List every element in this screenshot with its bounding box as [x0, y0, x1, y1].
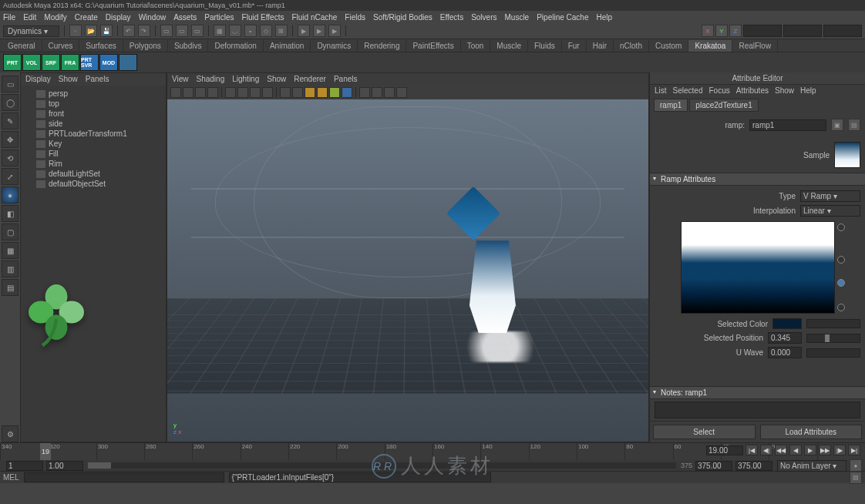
play-fwd-button[interactable]: ▶: [804, 445, 816, 455]
shelf-button[interactable]: PRT: [3, 54, 22, 71]
outliner-item[interactable]: persp: [22, 89, 164, 99]
ramp-handle[interactable]: [837, 223, 845, 231]
xyz-y-icon[interactable]: Y: [715, 25, 728, 37]
vp-icon[interactable]: [317, 87, 328, 98]
menu-window[interactable]: Window: [139, 13, 167, 22]
shelf-tab-toon[interactable]: Toon: [461, 40, 491, 52]
shelf-tab-curves[interactable]: Curves: [42, 40, 80, 52]
range-end-inner[interactable]: [695, 461, 732, 471]
outliner-item[interactable]: PRTLoaderTransform1: [22, 129, 164, 139]
shelf-tab-rendering[interactable]: Rendering: [358, 40, 406, 52]
viewport-3d[interactable]: yz x: [167, 99, 648, 442]
select-tool[interactable]: ▭: [2, 76, 19, 92]
transform-x-field[interactable]: [743, 25, 782, 37]
layout-single[interactable]: ▢: [2, 223, 19, 240]
vp-menu-lighting[interactable]: Lighting: [232, 75, 259, 84]
vp-icon[interactable]: [292, 87, 303, 98]
selected-position-field[interactable]: [768, 332, 802, 344]
shelf-button[interactable]: [119, 54, 137, 71]
play-back-button[interactable]: ◀: [789, 445, 802, 455]
menu-file[interactable]: File: [3, 13, 15, 22]
outliner-list[interactable]: persptopfrontsidePRTLoaderTransform1KeyF…: [21, 86, 166, 442]
snap-curve-icon[interactable]: ◡: [229, 25, 241, 37]
shelf-tab-subdivs[interactable]: Subdivs: [168, 40, 209, 52]
focus-icon[interactable]: ▣: [831, 119, 843, 131]
notes-section[interactable]: Notes: ramp1: [650, 386, 865, 399]
vp-icon[interactable]: [396, 87, 407, 98]
manip-tool[interactable]: ●: [2, 186, 19, 203]
anim-layer-select[interactable]: No Anim Layer ▾: [777, 460, 846, 472]
shelf-button[interactable]: SRF: [42, 54, 60, 71]
select2-icon[interactable]: ▭: [176, 25, 188, 37]
outliner-item[interactable]: Rim: [22, 159, 164, 169]
uwave-field[interactable]: [768, 347, 802, 358]
attr-menu-focus[interactable]: Focus: [708, 86, 729, 95]
current-frame-field[interactable]: [706, 445, 743, 455]
xyz-x-icon[interactable]: X: [702, 25, 714, 37]
vp-icon[interactable]: [225, 87, 236, 98]
shelf-tab-fur[interactable]: Fur: [562, 40, 587, 52]
lasso-tool[interactable]: ◯: [2, 94, 19, 111]
shelf-tab-deformation[interactable]: Deformation: [208, 40, 263, 52]
step-back-button[interactable]: ◀|: [760, 445, 772, 455]
shelf-button[interactable]: VOL: [22, 54, 41, 71]
ramp-handle[interactable]: [837, 256, 845, 264]
snap-view-icon[interactable]: ⊞: [275, 25, 288, 37]
vp-menu-shading[interactable]: Shading: [197, 75, 225, 84]
menu-softrigidbodies[interactable]: Soft/Rigid Bodies: [373, 13, 432, 22]
snap-point-icon[interactable]: •: [244, 25, 257, 37]
cmd-input[interactable]: [24, 472, 224, 482]
xyz-z-icon[interactable]: Z: [729, 25, 742, 37]
attr-tab[interactable]: ramp1: [654, 99, 688, 112]
layout-persp[interactable]: ▥: [2, 260, 19, 277]
menu-solvers[interactable]: Solvers: [471, 13, 496, 22]
type-select[interactable]: V Ramp ▾: [800, 190, 860, 202]
outliner-menu-show[interactable]: Show: [59, 75, 78, 84]
vp-icon[interactable]: [280, 87, 291, 98]
vp-icon[interactable]: [183, 87, 194, 98]
outliner-item[interactable]: side: [22, 119, 164, 129]
select-icon[interactable]: ▭: [160, 25, 173, 37]
new-scene-icon[interactable]: ▫: [69, 25, 82, 37]
script-editor-icon[interactable]: ▤: [850, 472, 862, 484]
rotate-tool[interactable]: ⟲: [2, 150, 19, 166]
menu-help[interactable]: Help: [596, 13, 612, 22]
menu-effects[interactable]: Effects: [440, 13, 463, 22]
vp-icon[interactable]: [305, 87, 315, 98]
shelf-tab-fluids[interactable]: Fluids: [528, 40, 562, 52]
load-attributes-button[interactable]: Load Attributes: [760, 425, 863, 439]
select-button[interactable]: Select: [653, 425, 756, 439]
go-end-button[interactable]: ▶|: [848, 445, 860, 455]
shelf-tab-general[interactable]: General: [2, 40, 42, 52]
snap-grid-icon[interactable]: ▦: [214, 25, 226, 37]
range-start-inner[interactable]: [46, 461, 83, 471]
rewind-button[interactable]: |◀: [746, 445, 758, 455]
shelf-tab-polygons[interactable]: Polygons: [123, 40, 168, 52]
vp-icon[interactable]: [372, 87, 382, 98]
menu-modify[interactable]: Modify: [44, 13, 66, 22]
step-fwd-button[interactable]: |▶: [833, 445, 846, 455]
outliner-item[interactable]: front: [22, 109, 164, 119]
shelf-button[interactable]: FRA: [61, 54, 79, 71]
vp-icon[interactable]: [195, 87, 206, 98]
menu-pipelinecache[interactable]: Pipeline Cache: [537, 13, 588, 22]
vp-icon[interactable]: [359, 87, 370, 98]
shelf-button[interactable]: PRT SVR: [80, 54, 99, 71]
outliner-menu-display[interactable]: Display: [25, 75, 51, 84]
time-cursor[interactable]: 19: [40, 443, 51, 460]
menu-fields[interactable]: Fields: [345, 13, 365, 22]
vp-icon[interactable]: [237, 87, 248, 98]
render-settings-icon[interactable]: ▶: [328, 25, 341, 37]
ramp-name-field[interactable]: [749, 119, 826, 131]
range-bar[interactable]: [88, 462, 676, 469]
uwave-slider[interactable]: [806, 348, 860, 358]
shelf-tab-muscle[interactable]: Muscle: [490, 40, 528, 52]
presets-icon[interactable]: ▤: [848, 119, 860, 131]
cmd-mode[interactable]: MEL: [3, 473, 19, 482]
menu-display[interactable]: Display: [106, 13, 131, 22]
menu-assets[interactable]: Assets: [173, 13, 197, 22]
scale-tool[interactable]: ⤢: [2, 168, 19, 185]
menu-particles[interactable]: Particles: [204, 13, 234, 22]
attr-menu-help[interactable]: Help: [800, 86, 816, 95]
vp-icon[interactable]: [250, 87, 261, 98]
